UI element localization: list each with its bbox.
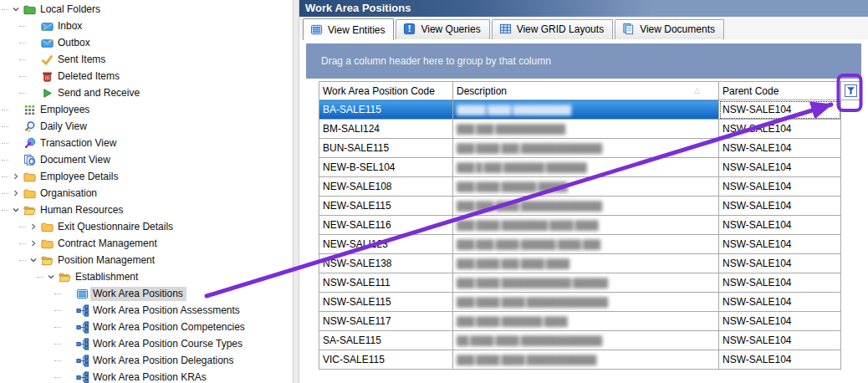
tab-view-queries[interactable]: !View Queries xyxy=(396,19,489,39)
tree-item-transaction-view[interactable]: Transaction View xyxy=(0,135,293,151)
column-header-code[interactable]: Work Area Position Code xyxy=(319,82,453,100)
cell-description-blurred[interactable]: ███ ████ ████ ██████████████ xyxy=(453,293,719,312)
row-filter-gutter xyxy=(841,139,861,158)
tree-item-document-view[interactable]: Document View xyxy=(0,151,293,168)
cell-code[interactable]: NEW-SALE116 xyxy=(319,216,453,235)
tree-item-send-and-receive[interactable]: Send and Receive xyxy=(0,84,293,101)
tree-item-position-management[interactable]: Position Management xyxy=(0,252,293,268)
cell-description-blurred[interactable]: ██ ████ ████ ██████████████ xyxy=(453,331,719,350)
grid-row-bun-sale115[interactable]: BUN-SALE115███ ████ ███ ██████████████NS… xyxy=(319,139,861,158)
tree-item-employees[interactable]: Employees xyxy=(0,101,293,118)
tree-item-work-area-position-assessments[interactable]: Work Area Position Assessments xyxy=(0,302,293,319)
tree-item-exit-questionnaire-details[interactable]: Exit Questionnaire Details xyxy=(0,218,293,235)
grid-row-new-sale108[interactable]: NEW-SALE108███ ████ ██████ █████NSW-SALE… xyxy=(319,177,861,197)
tab-view-entities[interactable]: View Entities xyxy=(303,18,394,40)
grid-row-nsw-sale138[interactable]: NSW-SALE138███ ████ ███ ████ ████NSW-SAL… xyxy=(319,254,861,273)
cell-code[interactable]: NSW-SALE111 xyxy=(319,273,453,293)
cell-parent-code[interactable]: NSW-SALE104 xyxy=(719,254,841,273)
grid-row-vic-sale115[interactable]: VIC-SALE115███ ████ ████ ████████████NSW… xyxy=(319,350,861,370)
column-header-parent-code[interactable]: Parent Code xyxy=(719,82,841,100)
collapse-chevron-icon[interactable] xyxy=(9,204,22,217)
tree-item-employee-details[interactable]: Employee Details xyxy=(0,168,293,185)
cell-code[interactable]: SA-SALE115 xyxy=(319,331,453,350)
cell-code[interactable]: NSW-SALE117 xyxy=(319,312,453,331)
cell-parent-code[interactable]: NSW-SALE104 xyxy=(719,235,841,254)
cell-parent-code[interactable]: NSW-SALE104 xyxy=(719,273,841,293)
grid-row-new-sale116[interactable]: NEW-SALE116███ ████ ████████ ████ ████NS… xyxy=(319,216,861,235)
cell-code[interactable]: BA-SALE115 xyxy=(319,100,453,120)
expand-chevron-icon[interactable] xyxy=(9,171,22,183)
cell-code[interactable]: NEW-SALE115 xyxy=(319,197,453,216)
tree-item-work-area-position-competencies[interactable]: Work Area Position Competencies xyxy=(0,319,293,335)
cell-description-blurred[interactable]: ███ ████ ███ ████ ████ xyxy=(453,254,719,273)
group-by-band[interactable]: Drag a column header here to group by th… xyxy=(306,43,861,79)
cell-description-blurred[interactable]: ███ ████ ███ ██████████████ xyxy=(453,139,719,158)
tree-item-label: Employee Details xyxy=(38,170,121,184)
cell-description-blurred[interactable]: █████ ████ ██████████ xyxy=(453,100,719,120)
expand-chevron-icon[interactable] xyxy=(27,221,39,233)
cell-description-blurred[interactable]: ███ ███ ████ ██████████████ xyxy=(453,197,719,216)
cell-parent-code[interactable]: NSW-SALE104 xyxy=(719,100,841,120)
tree-item-local-folders[interactable]: Local Folders xyxy=(0,1,293,18)
cell-code[interactable]: VIC-SALE115 xyxy=(319,350,453,370)
cell-parent-code[interactable]: NSW-SALE104 xyxy=(719,197,841,216)
tree-item-work-area-position-course-types[interactable]: Work Area Position Course Types xyxy=(0,335,293,352)
cell-description-blurred[interactable]: ███ ████ ████ ████████████ xyxy=(453,350,719,370)
cell-description-blurred[interactable]: ███ ████ ███████ ████ xyxy=(453,312,719,331)
cell-code[interactable]: NEW-B-SEL104 xyxy=(319,158,453,177)
cell-parent-code[interactable]: NSW-SALE104 xyxy=(719,158,841,177)
grid-row-sa-sale115[interactable]: SA-SALE115██ ████ ████ ██████████████NSW… xyxy=(319,331,861,350)
grid-row-ba-sale115[interactable]: BA-SALE115█████ ████ ██████████NSW-SALE1… xyxy=(319,100,861,120)
cell-code[interactable]: NEW-SALE108 xyxy=(319,177,453,197)
tree-item-outbox[interactable]: Outbox xyxy=(0,34,293,51)
tree-item-establishment[interactable]: Establishment xyxy=(0,268,293,285)
tree-item-contract-management[interactable]: Contract Management xyxy=(0,235,293,252)
cell-description-blurred[interactable]: ███ ███ ████████████ xyxy=(453,120,719,139)
tab-view-documents[interactable]: View Documents xyxy=(615,19,724,39)
grid-row-new-sali123[interactable]: NEW-SALI123███ ███ ████ ██████ ████ ███N… xyxy=(319,235,861,254)
filter-button[interactable] xyxy=(845,84,857,97)
tab-view-grid-layouts[interactable]: View GRID Layouts xyxy=(492,19,614,39)
cell-description-blurred[interactable]: ███ ███ ████ ██████ ████ ███ xyxy=(453,235,719,254)
tree-item-work-area-position-kras[interactable]: Work Area Position KRAs xyxy=(0,369,293,383)
expand-chevron-icon[interactable] xyxy=(27,237,39,250)
tree-item-work-area-position-delegations[interactable]: Work Area Position Delegations xyxy=(0,352,293,369)
grid-row-new-b-sel104[interactable]: NEW-B-SEL104███ █ ███ ███████ ███████NSW… xyxy=(319,158,861,177)
cell-description-blurred[interactable]: ███ ████ ██████ █████ xyxy=(453,177,719,197)
cell-parent-code[interactable]: NSW-SALE104 xyxy=(719,331,841,350)
tree-item-human-resources[interactable]: Human Resources xyxy=(0,202,293,218)
grid-row-nsw-sale117[interactable]: NSW-SALE117███ ████ ███████ ████NSW-SALE… xyxy=(319,312,861,331)
tree-item-work-area-positions[interactable]: Work Area Positions xyxy=(0,285,293,302)
grid-row-bm-sali124[interactable]: BM-SALI124███ ███ ████████████NSW-SALE10… xyxy=(319,120,861,139)
collapse-chevron-icon[interactable] xyxy=(27,254,39,267)
cell-parent-code[interactable]: NSW-SALE104 xyxy=(719,177,841,197)
cell-code[interactable]: BM-SALI124 xyxy=(319,120,453,139)
expand-chevron-icon[interactable] xyxy=(9,187,22,200)
cell-parent-code[interactable]: NSW-SALE104 xyxy=(719,120,841,139)
cell-description-blurred[interactable]: ███ █ ███ ███████ ███████ xyxy=(453,158,719,177)
column-header-description[interactable]: Description △ xyxy=(453,82,719,100)
tree-item-inbox[interactable]: Inbox xyxy=(0,18,293,34)
grid-row-nsw-sale115[interactable]: NSW-SALE115███ ████ ████ ██████████████N… xyxy=(319,293,861,312)
tree-item-sent-items[interactable]: Sent Items xyxy=(0,51,293,68)
cell-parent-code[interactable]: NSW-SALE104 xyxy=(719,350,841,370)
cell-parent-code[interactable]: NSW-SALE104 xyxy=(719,139,841,158)
cell-description-blurred[interactable]: ███ ████ ████████████ ██████ xyxy=(453,273,719,293)
cell-description-blurred[interactable]: ███ ████ ████████ ████ ████ xyxy=(453,216,719,235)
cell-code[interactable]: NSW-SALE138 xyxy=(319,254,453,273)
cell-parent-code[interactable]: NSW-SALE104 xyxy=(719,293,841,312)
grid-row-nsw-sale111[interactable]: NSW-SALE111███ ████ ████████████ ██████N… xyxy=(319,273,861,293)
cell-code[interactable]: NSW-SALE115 xyxy=(319,293,453,312)
grid-row-new-sale115[interactable]: NEW-SALE115███ ███ ████ ██████████████NS… xyxy=(319,197,861,216)
cell-parent-code[interactable]: NSW-SALE104 xyxy=(719,312,841,331)
org-chart-icon xyxy=(74,370,90,383)
collapse-chevron-icon[interactable] xyxy=(44,271,57,283)
cell-parent-code[interactable]: NSW-SALE104 xyxy=(719,216,841,235)
tree-item-deleted-items[interactable]: Deleted Items xyxy=(0,68,293,84)
tree-item-daily-view[interactable]: Daily View xyxy=(0,118,293,135)
cell-code[interactable]: BUN-SALE115 xyxy=(319,139,453,158)
panel-splitter[interactable] xyxy=(293,0,299,383)
collapse-chevron-icon[interactable] xyxy=(9,3,22,16)
tree-item-organisation[interactable]: Organisation xyxy=(0,185,293,202)
cell-code[interactable]: NEW-SALI123 xyxy=(319,235,453,254)
